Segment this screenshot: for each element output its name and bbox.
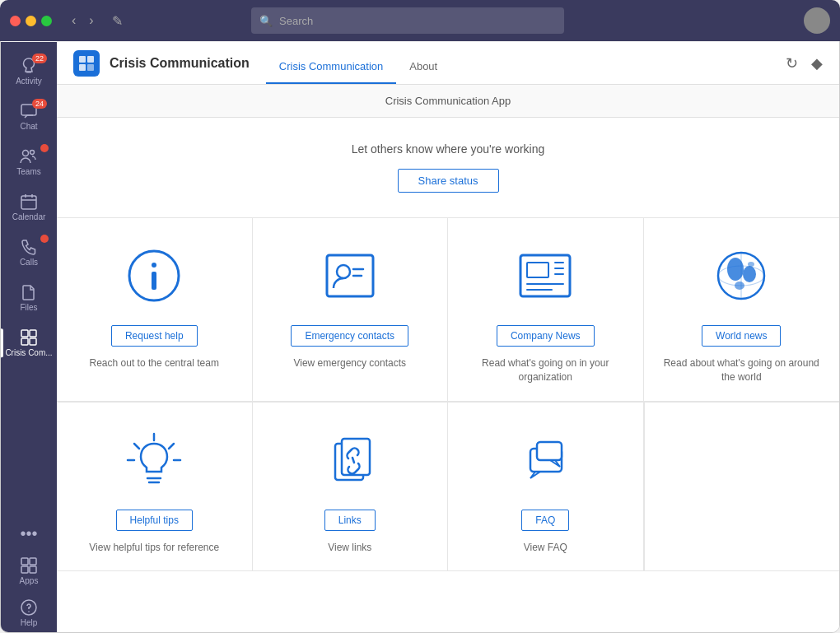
- inner-header: Crisis Communication App: [57, 85, 839, 118]
- svg-rect-22: [327, 255, 373, 296]
- svg-rect-7: [21, 338, 28, 345]
- link-docs-icon: [317, 427, 383, 493]
- teams-label: Teams: [16, 167, 40, 176]
- teams-icon: [19, 147, 39, 165]
- back-button[interactable]: ‹: [67, 10, 81, 31]
- content-area: Crisis Communication Crisis Communicatio…: [57, 42, 839, 633]
- svg-rect-8: [30, 338, 36, 345]
- crisis-icon: [20, 328, 38, 347]
- emergency-contacts-desc: View emergency contacts: [293, 356, 406, 370]
- svg-rect-11: [21, 566, 28, 573]
- activity-badge: 22: [32, 54, 47, 63]
- company-news-button[interactable]: Company News: [497, 325, 595, 347]
- card-helpful-tips: Helpful tips View helpful tips for refer…: [57, 403, 253, 572]
- svg-point-20: [152, 263, 156, 268]
- activity-label: Activity: [16, 77, 42, 86]
- app-header: Crisis Communication Crisis Communicatio…: [57, 42, 839, 85]
- sidebar-item-calendar[interactable]: Calendar: [1, 186, 57, 228]
- app-content: Crisis Communication App Let others know…: [57, 85, 839, 633]
- svg-line-35: [169, 444, 174, 449]
- faq-button[interactable]: FAQ: [521, 510, 569, 531]
- search-icon: 🔍: [259, 15, 273, 27]
- crisis-label: Crisis Com...: [5, 348, 52, 357]
- svg-rect-25: [527, 263, 548, 277]
- svg-point-14: [28, 611, 30, 612]
- svg-point-3: [30, 151, 35, 155]
- sidebar-item-more[interactable]: •••: [16, 518, 42, 550]
- maximize-button[interactable]: [41, 16, 52, 26]
- sidebar-bottom: ••• Apps: [16, 518, 42, 633]
- svg-point-2: [23, 151, 29, 156]
- company-news-desc: Read what's going on in your organizatio…: [461, 356, 630, 384]
- sidebar-item-calls[interactable]: Calls: [1, 231, 57, 273]
- lightbulb-icon: [121, 427, 187, 493]
- tab-crisis-communication[interactable]: Crisis Communication: [266, 42, 396, 84]
- world-news-button[interactable]: World news: [702, 325, 781, 347]
- close-button[interactable]: [10, 16, 21, 26]
- traffic-lights: [10, 16, 52, 26]
- calls-icon: [20, 238, 38, 256]
- share-status-button[interactable]: Share status: [398, 169, 499, 193]
- sidebar-item-crisis[interactable]: Crisis Com...: [1, 322, 57, 364]
- app-title: Crisis Communication: [110, 56, 250, 71]
- sidebar-item-activity[interactable]: 22 Activity: [1, 50, 57, 92]
- card-company-news: Company News Read what's going on in you…: [448, 218, 644, 402]
- svg-rect-4: [21, 196, 36, 209]
- svg-point-23: [337, 265, 350, 278]
- cards-grid-top: Request help Reach out to the central te…: [57, 218, 839, 403]
- svg-line-34: [134, 444, 139, 449]
- sidebar-item-chat[interactable]: 24 Chat: [1, 95, 57, 137]
- card-emergency-contacts: Emergency contacts View emergency contac…: [253, 218, 449, 402]
- inner-header-title: Crisis Communication App: [385, 95, 511, 107]
- emergency-contacts-button[interactable]: Emergency contacts: [291, 325, 408, 347]
- sidebar-item-teams[interactable]: Teams: [1, 141, 57, 183]
- svg-point-28: [743, 266, 756, 282]
- tab-about[interactable]: About: [396, 42, 450, 84]
- header-actions: ↻ ◆: [786, 54, 823, 72]
- chat-label: Chat: [20, 122, 37, 131]
- calls-label: Calls: [20, 258, 38, 267]
- calls-badge: [40, 235, 49, 243]
- svg-rect-42: [537, 442, 562, 460]
- search-input[interactable]: [279, 15, 556, 27]
- compose-button[interactable]: ✎: [107, 10, 128, 32]
- apps-icon: [20, 556, 38, 575]
- request-help-button[interactable]: Request help: [111, 325, 198, 347]
- sidebar-item-files[interactable]: Files: [1, 277, 57, 319]
- avatar: [804, 7, 830, 34]
- request-help-desc: Reach out to the central team: [90, 356, 219, 370]
- newspaper-icon: [512, 243, 578, 309]
- links-button[interactable]: Links: [324, 510, 376, 531]
- info-circle-icon: [121, 243, 187, 309]
- card-links: Links View links: [253, 403, 449, 572]
- svg-rect-21: [152, 272, 156, 290]
- svg-rect-10: [30, 558, 36, 565]
- empty-slot: [644, 403, 840, 572]
- chat-badge: 24: [32, 99, 47, 109]
- more-icon: •••: [20, 524, 37, 543]
- card-faq: FAQ View FAQ: [448, 403, 644, 572]
- app-tabs: Crisis Communication About: [266, 42, 450, 84]
- globe-icon[interactable]: ◆: [811, 54, 823, 72]
- svg-rect-15: [79, 56, 86, 63]
- refresh-icon[interactable]: ↻: [786, 54, 798, 72]
- helpful-tips-button[interactable]: Helpful tips: [116, 510, 193, 531]
- svg-rect-6: [30, 330, 36, 337]
- sidebar: 22 Activity 24 Chat: [1, 42, 57, 633]
- sidebar-item-apps[interactable]: Apps: [16, 550, 42, 592]
- card-world-news: World news Read about what's going on ar…: [644, 218, 840, 402]
- forward-button[interactable]: ›: [84, 10, 98, 31]
- nav-buttons: ‹ ›: [67, 10, 99, 31]
- svg-rect-39: [342, 439, 370, 475]
- calendar-icon: [20, 193, 38, 211]
- calendar-label: Calendar: [12, 212, 46, 221]
- card-request-help: Request help Reach out to the central te…: [57, 218, 253, 402]
- minimize-button[interactable]: [26, 16, 36, 26]
- svg-rect-16: [87, 56, 94, 63]
- faq-desc: View FAQ: [524, 541, 567, 555]
- search-bar[interactable]: 🔍: [251, 7, 564, 34]
- cards-grid-bottom: Helpful tips View helpful tips for refer…: [57, 403, 839, 572]
- sidebar-item-help[interactable]: Help: [16, 592, 42, 633]
- world-globe-icon: [708, 243, 774, 309]
- help-icon: [20, 598, 38, 617]
